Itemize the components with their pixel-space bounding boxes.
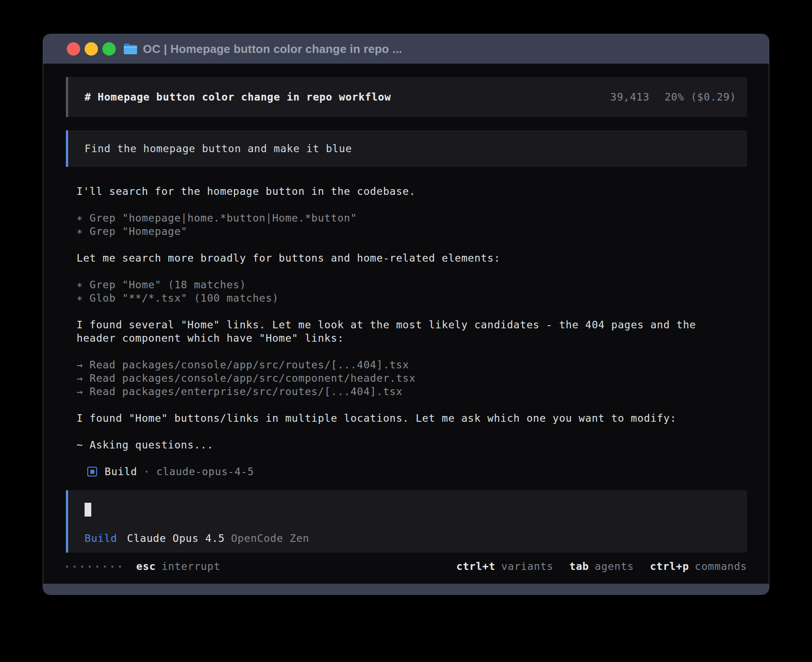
read-call-line: → Read packages/console/app/src/componen… [77, 371, 725, 385]
assistant-status-text: ~ Asking questions... [77, 438, 725, 452]
status-bar-left: esc interrupt [66, 560, 220, 573]
mode-agent-label: Build [85, 532, 117, 545]
titlebar[interactable]: OC | Homepage button color change in rep… [43, 34, 769, 64]
ctrl-p-key: ctrl+p [650, 560, 689, 573]
minimize-button[interactable] [85, 42, 98, 56]
read-call-line: → Read packages/console/app/src/routes/[… [77, 358, 725, 371]
context-usage: 20% ($0.29) [665, 90, 736, 104]
assistant-text: I found "Home" buttons/links in multiple… [77, 412, 725, 425]
session-meta: 39,413 20% ($0.29) [610, 90, 736, 104]
variants-label: variants [501, 560, 553, 573]
tool-call-group: ∗ Grep "Home" (18 matches) ∗ Glob "**/*.… [66, 278, 725, 305]
window-title: OC | Homepage button color change in rep… [143, 42, 402, 56]
build-agent-icon [87, 467, 97, 476]
assistant-text: I found several "Home" links. Let me loo… [77, 318, 700, 345]
agents-hint: tab agents [569, 560, 634, 573]
session-title: # Homepage button color change in repo w… [85, 90, 391, 104]
mode-line: Build Claude Opus 4.5 OpenCode Zen [85, 532, 731, 545]
user-message-text: Find the homepage button and make it blu… [85, 143, 352, 154]
traffic-lights [67, 42, 116, 56]
user-message: Find the homepage button and make it blu… [66, 130, 747, 167]
assistant-message: Let me search more broadly for buttons a… [66, 251, 725, 265]
tool-call-group: ∗ Grep "homepage|home.*button|Home.*butt… [66, 211, 725, 238]
tab-key: tab [569, 560, 589, 573]
assistant-message: I'll search for the homepage button in t… [66, 185, 725, 198]
terminal-window: OC | Homepage button color change in rep… [43, 34, 769, 595]
commands-label: commands [695, 560, 747, 573]
interrupt-hint: esc interrupt [136, 560, 220, 573]
agent-model: claude-opus-4-5 [156, 465, 254, 478]
spinner-dots [66, 565, 121, 568]
tool-call-line: ∗ Grep "homepage|home.*button|Home.*butt… [77, 211, 725, 225]
agents-label: agents [595, 560, 634, 573]
assistant-message: I found several "Home" links. Let me loo… [66, 318, 700, 345]
mode-model-name: Claude Opus 4.5 [127, 532, 225, 545]
terminal-content: # Homepage button color change in repo w… [43, 64, 769, 584]
prompt-input[interactable]: Build Claude Opus 4.5 OpenCode Zen [66, 490, 747, 553]
esc-key: esc [136, 560, 156, 573]
tool-call-line: ∗ Grep "Homepage" [77, 225, 725, 238]
commands-hint: ctrl+p commands [650, 560, 747, 573]
agent-name: Build [105, 465, 137, 478]
variants-hint: ctrl+t variants [456, 560, 553, 573]
status-bar: esc interrupt ctrl+t variants tab agents… [66, 560, 747, 573]
tool-call-line: ∗ Glob "**/*.tsx" (100 matches) [77, 291, 725, 305]
session-header: # Homepage button color change in repo w… [66, 77, 747, 117]
token-count: 39,413 [610, 90, 650, 104]
interrupt-label: interrupt [162, 560, 220, 573]
tool-call-line: ∗ Grep "Home" (18 matches) [77, 278, 725, 291]
mode-provider-name: OpenCode Zen [231, 532, 309, 545]
assistant-text: I'll search for the homepage button in t… [77, 185, 725, 198]
assistant-status: ~ Asking questions... [66, 438, 725, 452]
assistant-message: I found "Home" buttons/links in multiple… [66, 412, 725, 425]
text-cursor [85, 503, 91, 517]
agent-status-row: Build · claude-opus-4-5 [66, 465, 747, 478]
zoom-button[interactable] [102, 42, 116, 56]
tool-call-group: → Read packages/console/app/src/routes/[… [66, 358, 725, 398]
read-call-line: → Read packages/enterprise/src/routes/[.… [77, 385, 725, 398]
folder-icon [123, 43, 138, 55]
status-bar-right: ctrl+t variants tab agents ctrl+p comman… [456, 560, 747, 573]
assistant-text: Let me search more broadly for buttons a… [77, 251, 725, 265]
close-button[interactable] [67, 42, 80, 56]
ctrl-t-key: ctrl+t [456, 560, 495, 573]
window-bottom-strip [43, 584, 769, 594]
agent-separator: · [143, 465, 150, 478]
